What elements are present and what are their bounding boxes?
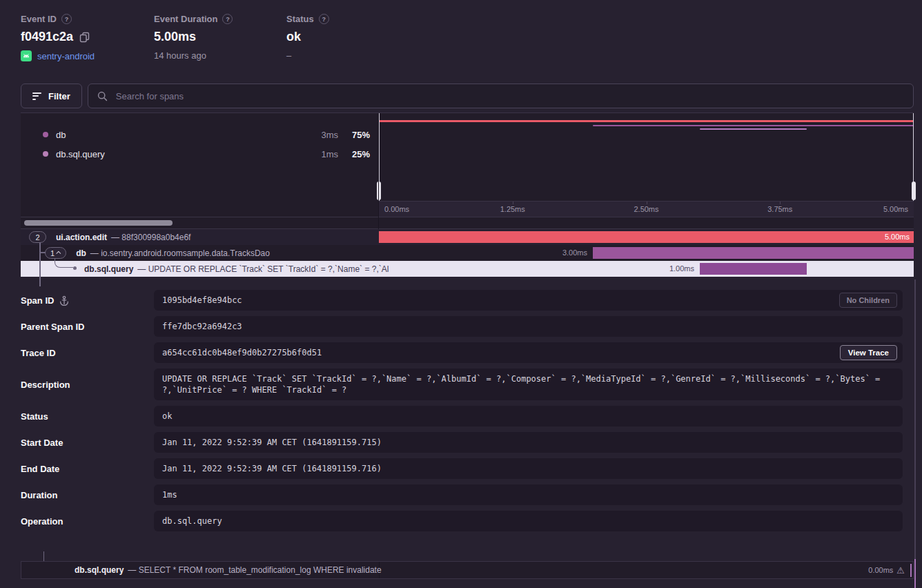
tree-connector-trunk — [39, 242, 41, 286]
legend-op-label: db.sql.query — [56, 149, 105, 159]
no-children-badge: No Children — [839, 293, 897, 308]
children-count: 1 — [50, 249, 55, 257]
legend-item-db-sql-query[interactable]: db.sql.query 1ms 25% — [21, 144, 378, 164]
legend-percentage: 25% — [338, 149, 370, 159]
span-duration-label: 3.00ms — [562, 245, 587, 261]
detail-label: Span ID — [21, 295, 54, 306]
children-count: 2 — [35, 233, 39, 242]
span-tree: 5.00ms 2 ui.action.edit — 88f300998a0b4e… — [21, 229, 914, 277]
span-description: — io.sentry.android.roomsample.data.Trac… — [90, 248, 270, 258]
status-value: ok — [162, 411, 172, 421]
android-platform-icon — [21, 50, 32, 61]
detail-value-box: a654cc61dc0b48ef9d0b27275b6f0d51 View Tr… — [154, 342, 903, 363]
status-help-icon[interactable]: ? — [319, 14, 329, 24]
axis-tick-label: 2.50ms — [634, 205, 658, 213]
detail-row-description: Description UPDATE OR REPLACE `Track` SE… — [21, 369, 903, 400]
detail-value-box: 1ms — [154, 484, 903, 505]
filter-button-label: Filter — [48, 91, 70, 101]
event-duration-column: Event Duration ? 5.00ms 14 hours ago — [154, 14, 286, 61]
project-link[interactable]: sentry-android — [37, 51, 95, 61]
legend-dot — [43, 151, 48, 157]
detail-row-duration: Duration 1ms — [21, 484, 903, 505]
status-label: Status — [286, 14, 314, 24]
detail-row-start-date: Start Date Jan 11, 2022 9:52:39 AM CET (… — [21, 432, 903, 453]
duration-value: 1ms — [162, 490, 177, 500]
event-duration-label: Event Duration — [154, 14, 217, 24]
trace-id-value: a654cc61dc0b48ef9d0b27275b6f0d51 — [162, 348, 322, 357]
end-date-value: Jan 11, 2022 9:52:39 AM CET (1641891159.… — [162, 464, 382, 473]
minimap-span-line — [700, 128, 807, 130]
detail-value-box: UPDATE OR REPLACE `Track` SET `TrackId` … — [154, 369, 903, 400]
trace-minimap[interactable] — [379, 113, 914, 201]
description-value: UPDATE OR REPLACE `Track` SET `TrackId` … — [162, 374, 880, 395]
span-operation: db.sql.query — [84, 264, 133, 274]
event-duration-ago: 14 hours ago — [154, 50, 206, 61]
copy-event-id-icon[interactable] — [79, 32, 90, 43]
span-duration-label: 5.00ms — [885, 229, 910, 245]
collapse-children-pill[interactable]: 1 — [45, 247, 66, 259]
event-id-label: Event ID — [21, 14, 57, 24]
axis-tick-label: 5.00ms — [883, 205, 908, 213]
children-count-pill[interactable]: 2 — [29, 231, 46, 243]
legend-dot — [43, 132, 48, 137]
event-duration-value: 5.00ms — [154, 30, 196, 44]
horizontal-scrollbar-track[interactable] — [21, 217, 914, 229]
span-description: — 88f300998a0b4e6f — [111, 233, 190, 242]
detail-label: Duration — [21, 490, 57, 500]
time-axis: 0.00ms 1.25ms 2.50ms 3.75ms 5.00ms — [379, 201, 914, 217]
axis-tickmark — [647, 202, 647, 204]
view-trace-button[interactable]: View Trace — [840, 345, 897, 360]
filter-button[interactable]: Filter — [21, 84, 82, 108]
zero-duration-span-marker — [910, 564, 912, 577]
vertical-scrollbar-thumb[interactable] — [914, 559, 916, 588]
detail-row-operation: Operation db.sql.query — [21, 511, 903, 531]
tree-connector-dot — [73, 266, 77, 270]
span-id-value: 1095bd4ef8e94bcc — [162, 295, 242, 305]
detail-row-span-id: Span ID 1095bd4ef8e94bcc No Children — [21, 290, 903, 311]
parent-span-id-value: ffe7dbc92a6942c3 — [162, 322, 242, 331]
viewport-drag-handle-left[interactable] — [377, 182, 381, 200]
warning-icon: ⚠ — [896, 565, 905, 576]
horizontal-scrollbar-thumb[interactable] — [24, 220, 173, 226]
span-bar — [700, 263, 807, 275]
viewport-drag-handle-right[interactable] — [912, 182, 916, 200]
vertical-scrollbar-track[interactable] — [914, 280, 916, 588]
detail-label: Parent Span ID — [21, 322, 84, 332]
filter-icon — [32, 92, 41, 100]
span-detail-page: Event ID ? f0491c2a — [0, 0, 922, 588]
span-row-db-sql-query-select[interactable]: db.sql.query — SELECT * FROM room_table_… — [21, 561, 914, 579]
span-row-db[interactable]: 3.00ms 1 db — io.sentry.android.roomsamp… — [21, 245, 914, 261]
span-search[interactable] — [88, 84, 914, 108]
span-row-ui-action-edit[interactable]: 5.00ms 2 ui.action.edit — 88f300998a0b4e… — [21, 229, 914, 245]
span-duration-label: 1.00ms — [669, 261, 694, 277]
event-id-label-row: Event ID ? — [21, 14, 154, 24]
status-sub: – — [286, 50, 291, 61]
detail-label: Status — [21, 411, 48, 422]
detail-row-end-date: End Date Jan 11, 2022 9:52:39 AM CET (16… — [21, 458, 903, 479]
legend-item-db[interactable]: db 3ms 75% — [21, 125, 378, 144]
legend-duration: 3ms — [321, 130, 338, 140]
detail-row-trace-id: Trace ID a654cc61dc0b48ef9d0b27275b6f0d5… — [21, 342, 903, 363]
detail-label: Description — [21, 380, 70, 390]
event-id-help-icon[interactable]: ? — [61, 14, 72, 24]
span-description: — UPDATE OR REPLACE `Track` SET `TrackId… — [137, 264, 389, 274]
status-column: Status ? ok – — [286, 14, 329, 61]
axis-tick-label: 0.00ms — [384, 205, 409, 213]
event-id-value: f0491c2a — [21, 30, 73, 44]
operations-legend: db 3ms 75% db.sql.query 1ms 25% — [21, 113, 378, 217]
detail-value-box: db.sql.query — [154, 511, 903, 531]
anchor-icon[interactable] — [59, 295, 69, 306]
search-input[interactable] — [115, 90, 904, 102]
spans-toolbar: Filter — [21, 84, 914, 108]
span-operation: ui.action.edit — [56, 233, 107, 242]
detail-label: Start Date — [21, 438, 63, 448]
span-bar — [593, 247, 914, 259]
detail-label: Trace ID — [21, 348, 56, 358]
span-operation: db — [76, 248, 86, 258]
detail-label: Operation — [21, 516, 63, 527]
detail-value-box: ffe7dbc92a6942c3 — [154, 316, 903, 337]
span-row-db-sql-query-selected[interactable]: 1.00ms db.sql.query — UPDATE OR REPLACE … — [21, 261, 914, 277]
tree-connector-stub — [39, 252, 46, 253]
event-duration-help-icon[interactable]: ? — [222, 14, 233, 24]
start-date-value: Jan 11, 2022 9:52:39 AM CET (1641891159.… — [162, 438, 382, 447]
